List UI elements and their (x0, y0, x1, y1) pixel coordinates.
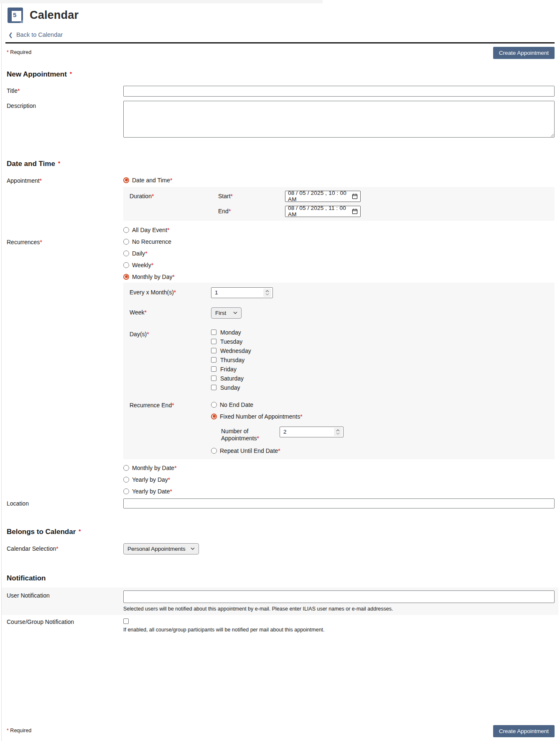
location-input[interactable] (123, 498, 555, 508)
number-of-appointments-input[interactable]: 2 (280, 427, 344, 437)
radio-icon (211, 402, 217, 408)
checkbox-icon (211, 376, 216, 381)
calendar-app-icon: 5 (8, 8, 23, 23)
bottom-toolbar: * Required Create Appointment (2, 719, 558, 737)
appointment-row: Appointment* Date and Time* Duration* St… (2, 177, 558, 233)
description-label: Description (2, 101, 123, 109)
top-toolbar: * Required Create Appointment (2, 43, 558, 59)
required-mark: * (70, 71, 72, 77)
calendar-selection-label: Calendar Selection* (2, 543, 123, 552)
create-appointment-button[interactable]: Create Appointment (493, 725, 555, 737)
user-notification-input[interactable] (123, 590, 555, 603)
checkbox-option-saturday[interactable]: Saturday (211, 375, 555, 382)
required-mark: * (58, 160, 60, 166)
number-stepper-icon[interactable] (334, 428, 342, 436)
checkbox-option-monday[interactable]: Monday (211, 329, 555, 336)
radio-option-yearly-by-day[interactable]: Yearly by Day* (123, 476, 555, 483)
calendar-selection-select[interactable]: Personal Appointments (123, 543, 199, 554)
user-notification-stripe: User Notification Selected users will be… (2, 588, 558, 615)
recurrence-end-label: Recurrence End* (123, 401, 211, 409)
checkbox-icon (123, 618, 129, 624)
start-label: Start* (218, 193, 285, 199)
calendar-icon-day-number: 5 (13, 11, 16, 18)
location-label: Location (2, 498, 123, 507)
required-mark: * (147, 331, 149, 337)
required-mark: * (145, 250, 147, 257)
title-input[interactable] (123, 86, 555, 97)
radio-option-monthly-by-day[interactable]: Monthly by Day* (123, 273, 555, 280)
radio-option-fixed-number[interactable]: Fixed Number of Appointments* (211, 413, 555, 420)
course-notification-help: If enabled, all course/group participant… (123, 627, 555, 633)
calendar-selection-row: Calendar Selection* Personal Appointment… (2, 543, 558, 554)
section-heading-new-appointment: New Appointment* (7, 70, 558, 79)
monthly-by-day-subform: Every x Month(s)* 1 (123, 283, 555, 459)
days-label: Day(s)* (123, 329, 211, 337)
radio-selected-icon (123, 274, 129, 280)
title-row: Title* (2, 86, 558, 97)
radio-option-all-day-event[interactable]: All Day Event* (123, 227, 555, 233)
radio-icon (123, 227, 129, 233)
end-datetime-input[interactable]: 08 / 05 / 2025 , 11 : 00 AM (285, 206, 361, 217)
back-link-label: Back to Calendar (16, 31, 63, 38)
bottom-spacer (2, 633, 558, 719)
create-appointment-button[interactable]: Create Appointment (493, 47, 555, 59)
checkbox-icon (211, 385, 216, 390)
checkbox-option-tuesday[interactable]: Tuesday (211, 338, 555, 345)
duration-subform: Duration* Start* 08 / 05 / 2025 , 10 : 0… (123, 187, 555, 221)
window-top-strip (0, 0, 323, 3)
description-textarea[interactable] (123, 101, 555, 138)
required-mark: * (167, 227, 169, 233)
radio-option-date-and-time[interactable]: Date and Time* (123, 177, 555, 184)
required-mark: * (18, 87, 20, 94)
radio-option-no-recurrence[interactable]: No Recurrence (123, 238, 555, 245)
week-select[interactable]: First (211, 307, 242, 319)
radio-icon (123, 477, 129, 483)
start-datetime-input[interactable]: 08 / 05 / 2025 , 10 : 00 AM (285, 191, 361, 202)
required-mark: * (152, 193, 154, 199)
days-row: Day(s)* Monday Tuesday Wed (123, 329, 555, 391)
radio-icon (123, 465, 129, 471)
every-x-months-label: Every x Month(s)* (123, 287, 211, 296)
calendar-new-appointment-page: 5 Calendar ❮ Back to Calendar * Required… (2, 3, 558, 737)
checkbox-icon (211, 366, 216, 372)
every-x-months-input[interactable]: 1 (211, 287, 273, 298)
course-notification-row: Course/Group Notification If enabled, al… (2, 618, 558, 633)
number-stepper-icon[interactable] (263, 289, 271, 297)
location-row: Location (2, 498, 558, 508)
user-notification-help: Selected users will be notified about th… (123, 606, 555, 612)
duration-label: Duration* (123, 193, 218, 199)
back-to-calendar-link[interactable]: ❮ Back to Calendar (8, 31, 63, 38)
title-label: Title* (2, 86, 123, 94)
checkbox-option-thursday[interactable]: Thursday (211, 357, 555, 363)
required-mark: * (168, 476, 170, 483)
checkbox-option-wednesday[interactable]: Wednesday (211, 348, 555, 354)
required-mark: * (7, 49, 9, 55)
recurrence-end-row: Recurrence End* No End Date Fixed Number… (123, 401, 555, 454)
calendar-picker-icon[interactable] (352, 193, 358, 199)
checkbox-option-friday[interactable]: Friday (211, 366, 555, 373)
checkbox-option-sunday[interactable]: Sunday (211, 384, 555, 391)
radio-option-repeat-until-end-date[interactable]: Repeat Until End Date* (211, 447, 555, 454)
course-notification-checkbox[interactable] (123, 618, 555, 624)
radio-icon (123, 488, 129, 494)
chevron-down-icon (233, 312, 237, 314)
required-mark: * (174, 289, 176, 296)
week-row: Week* First (123, 307, 555, 319)
end-label: End* (218, 208, 285, 215)
checkbox-icon (211, 357, 216, 363)
recurrences-row: Recurrences* No Recurrence Daily* Weekly… (2, 238, 558, 495)
user-notification-row: User Notification Selected users will be… (2, 590, 558, 612)
checkbox-icon (211, 348, 216, 353)
required-mark: * (40, 177, 42, 184)
required-mark: * (56, 545, 58, 552)
radio-option-monthly-by-date[interactable]: Monthly by Date* (123, 465, 555, 471)
required-note: * Required (7, 725, 31, 733)
radio-option-weekly[interactable]: Weekly* (123, 262, 555, 268)
radio-selected-icon (211, 414, 217, 419)
radio-option-no-end-date[interactable]: No End Date (211, 401, 555, 408)
radio-option-yearly-by-date[interactable]: Yearly by Date* (123, 488, 555, 495)
required-mark: * (170, 488, 172, 495)
radio-option-daily[interactable]: Daily* (123, 250, 555, 257)
calendar-picker-icon[interactable] (352, 208, 358, 215)
required-mark: * (172, 402, 174, 409)
